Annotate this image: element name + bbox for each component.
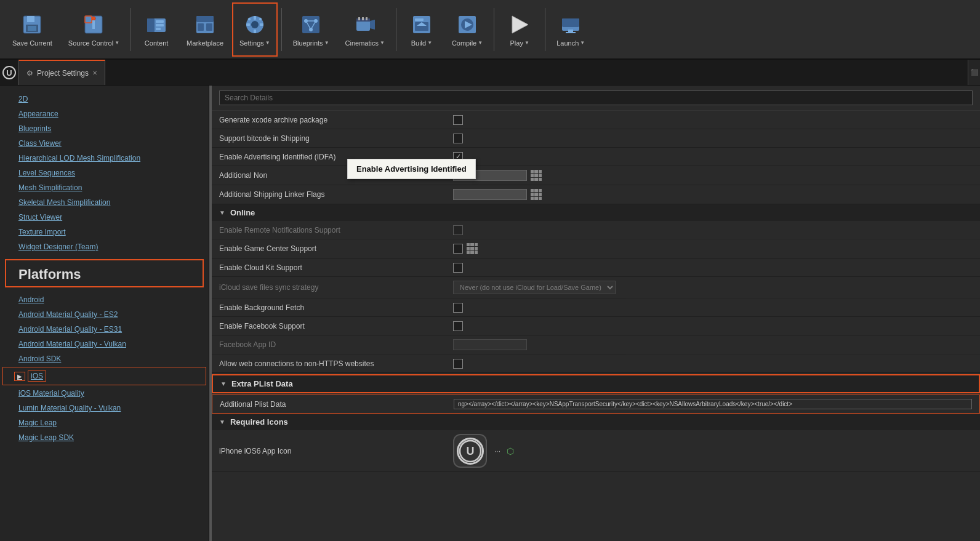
sidebar-item-lumin-vulkan[interactable]: Lumin Material Quality - Vulkan — [0, 401, 209, 415]
icloud-sync-control: Never (do not use iCloud for Load/Save G… — [453, 281, 616, 294]
icloud-sync-label: iCloud save files sync strategy — [219, 283, 453, 292]
advertising-tooltip: Enable Advertising Identified — [347, 159, 476, 179]
blueprints-arrow: ▼ — [324, 40, 329, 46]
toolbar-cinematics[interactable]: Cinematics ▼ — [338, 2, 392, 57]
additional-plist-label: Additional Plist Data — [220, 400, 454, 409]
svg-point-19 — [251, 21, 259, 28]
toolbar-save-current[interactable]: Save Current — [5, 2, 60, 57]
facebook-app-id-control — [453, 339, 527, 350]
source-control-arrow: ▼ — [114, 40, 119, 46]
generate-xcode-label: Generate xcode archive package — [219, 116, 453, 124]
tab-project-settings[interactable]: ⚙ Project Settings ✕ — [18, 60, 105, 85]
content-area: Generate xcode archive package Support b… — [212, 86, 980, 541]
row-game-center: Enable Game Center Support — [212, 239, 980, 258]
game-center-checkbox[interactable] — [453, 244, 463, 254]
sidebar-item-widget-designer[interactable]: Widget Designer (Team) — [0, 239, 209, 254]
sidebar-item-android-vulkan[interactable]: Android Material Quality - Vulkan — [0, 337, 209, 351]
sidebar-item-ios-material[interactable]: iOS Material Quality — [0, 386, 209, 401]
content-icon — [144, 12, 169, 37]
icloud-sync-dropdown[interactable]: Never (do not use iCloud for Load/Save G… — [453, 281, 616, 294]
svg-rect-1 — [27, 16, 34, 22]
additional-shipping-input[interactable] — [453, 189, 527, 200]
extra-plist-collapse-icon[interactable]: ▼ — [220, 380, 227, 387]
sidebar-item-magic-leap-sdk[interactable]: Magic Leap SDK — [0, 430, 209, 445]
row-icloud-sync: iCloud save files sync strategy Never (d… — [212, 277, 980, 299]
cloud-kit-checkbox[interactable] — [453, 263, 463, 273]
additional-non-grid[interactable] — [531, 170, 542, 181]
support-bitcode-checkbox[interactable] — [453, 134, 463, 143]
required-icons-collapse-icon[interactable]: ▼ — [219, 419, 225, 425]
iphone-ios6-image[interactable]: U — [453, 434, 487, 468]
tab-close-button[interactable]: ✕ — [92, 70, 97, 76]
row-remote-notifications: Enable Remote Notifications Support — [212, 221, 980, 239]
web-connections-checkbox[interactable] — [453, 359, 463, 369]
play-arrow: ▼ — [524, 40, 529, 46]
ios-label: iOS — [28, 371, 46, 382]
remote-notifications-checkbox[interactable] — [453, 225, 463, 235]
sidebar-item-hierarchical-lod[interactable]: Hierarchical LOD Mesh Simplification — [0, 151, 209, 166]
toolbar-blueprints[interactable]: Blueprints ▼ — [286, 2, 337, 57]
settings-label: Settings — [239, 39, 264, 47]
sidebar-item-skeletal-mesh[interactable]: Skeletal Mesh Simplification — [0, 195, 209, 210]
toolbar-build[interactable]: Build ▼ — [400, 2, 443, 57]
sidebar-item-android-es2[interactable]: Android Material Quality - ES2 — [0, 307, 209, 322]
facebook-support-checkbox[interactable] — [453, 321, 463, 331]
tab-gear-icon: ⚙ — [26, 69, 33, 78]
support-bitcode-label: Support bitcode in Shipping — [219, 134, 453, 143]
svg-rect-50 — [566, 32, 576, 33]
sidebar-item-android-es31[interactable]: Android Material Quality - ES31 — [0, 322, 209, 337]
sidebar-item-appearance[interactable]: Appearance — [0, 106, 209, 121]
sidebar-item-2d[interactable]: 2D — [0, 92, 209, 106]
toolbar-content[interactable]: Content — [135, 2, 178, 57]
svg-rect-49 — [568, 30, 573, 32]
row-facebook-support: Enable Facebook Support — [212, 317, 980, 335]
sidebar-item-android[interactable]: Android — [0, 292, 209, 307]
toolbar-settings[interactable]: Settings ▼ — [232, 2, 278, 57]
web-connections-label: Allow web connections to non-HTTPS websi… — [219, 359, 453, 368]
compile-arrow: ▼ — [478, 40, 483, 46]
save-current-label: Save Current — [12, 39, 52, 47]
sidebar-item-texture-import[interactable]: Texture Import — [0, 225, 209, 239]
blueprints-icon — [299, 12, 323, 37]
sidebar-item-ios[interactable]: ▶ iOS — [2, 367, 206, 385]
svg-rect-16 — [198, 23, 204, 31]
toolbar-source-control[interactable]: Source Control ▼ — [61, 2, 127, 57]
svg-rect-21 — [254, 30, 256, 33]
facebook-app-id-input[interactable] — [453, 339, 527, 350]
launch-icon — [558, 12, 583, 37]
background-fetch-checkbox[interactable] — [453, 303, 463, 313]
background-fetch-label: Enable Background Fetch — [219, 303, 453, 312]
generate-xcode-checkbox[interactable] — [453, 115, 463, 125]
additional-shipping-grid[interactable] — [531, 189, 542, 200]
sidebar-item-blueprints[interactable]: Blueprints — [0, 121, 209, 136]
svg-rect-23 — [260, 23, 263, 26]
background-fetch-control — [453, 303, 463, 313]
build-arrow: ▼ — [427, 40, 432, 46]
build-label: Build — [411, 39, 426, 47]
additional-plist-input[interactable] — [454, 399, 972, 409]
source-control-icon — [81, 12, 106, 37]
toolbar-launch[interactable]: Launch ▼ — [549, 2, 592, 57]
tabbar-collapse-button[interactable]: ⬛ — [968, 60, 980, 85]
sidebar-item-magic-leap[interactable]: Magic Leap — [0, 415, 209, 430]
toolbar-marketplace[interactable]: Marketplace — [179, 2, 231, 57]
sidebar-item-android-sdk[interactable]: Android SDK — [0, 351, 209, 366]
search-input[interactable] — [219, 90, 973, 105]
save-icon — [20, 12, 44, 37]
toolbar-separator-2 — [281, 8, 282, 51]
online-section-header: ▼ Online — [212, 204, 980, 221]
main-area: 2D Appearance Blueprints Class Viewer Hi… — [0, 86, 980, 541]
row-additional-plist: Additional Plist Data — [212, 395, 980, 414]
game-center-grid[interactable] — [467, 243, 478, 254]
toolbar-compile[interactable]: Compile ▼ — [444, 2, 490, 57]
sidebar-item-mesh-simplification[interactable]: Mesh Simplification — [0, 180, 209, 195]
svg-marker-34 — [370, 20, 375, 30]
sidebar-item-struct-viewer[interactable]: Struct Viewer — [0, 210, 209, 225]
ios6-icon-link[interactable]: ⬡ — [507, 446, 514, 456]
sidebar-item-class-viewer[interactable]: Class Viewer — [0, 136, 209, 151]
row-cloud-kit: Enable Cloud Kit Support — [212, 258, 980, 277]
row-support-bitcode: Support bitcode in Shipping — [212, 129, 980, 148]
sidebar-item-level-sequences[interactable]: Level Sequences — [0, 166, 209, 180]
toolbar-play[interactable]: Play ▼ — [498, 2, 541, 57]
online-collapse-icon[interactable]: ▼ — [219, 209, 225, 216]
